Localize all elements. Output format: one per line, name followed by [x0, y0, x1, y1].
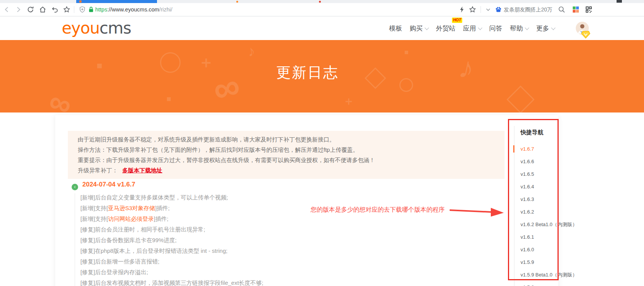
- search-suggestion-text[interactable]: 发条朋友圈搭上20万: [504, 3, 553, 16]
- timeline-line: [75, 193, 75, 286]
- version-link-v158[interactable]: v1.5.8: [521, 281, 577, 286]
- toolbar-divider: [481, 6, 481, 13]
- nav-label: 购买: [410, 25, 423, 32]
- version-link-v162[interactable]: v1.6.2: [521, 206, 577, 218]
- site-header: eyoucms 模板 购买 外贸站HOT 应用 问答 帮助 更多: [0, 16, 644, 40]
- chevron-down-icon: [525, 26, 529, 30]
- qr-code-icon[interactable]: [585, 6, 593, 13]
- changelog-item: [修复]在php8版本上，后台登录时报错语法类型 int - string;: [80, 246, 263, 256]
- chevron-down-icon: [478, 26, 482, 30]
- url-host: ://www.eyoucms.com: [107, 6, 159, 13]
- tab-favicon-icon: [79, 0, 82, 3]
- annotation-arrow-icon: [448, 205, 505, 218]
- page-title: 更新日志: [0, 63, 615, 82]
- version-link-v167[interactable]: v1.6.7: [521, 143, 577, 155]
- notice-box: 由于近期旧升级服务器不稳定，对系统升级及插件更新造成影响，请大家及时打下补丁包更…: [68, 131, 505, 179]
- banner-pattern-icon: ∞: [45, 83, 76, 112]
- nav-label: 模板: [389, 25, 402, 32]
- version-link-v164[interactable]: v1.6.4: [521, 180, 577, 193]
- https-lock-icon[interactable]: [87, 6, 95, 13]
- banner-pattern-icon: [405, 51, 408, 54]
- changelog-item: [新增]后台自定义变量支持多媒体类型，可以上传单个视频;: [80, 192, 263, 203]
- version-list: v1.6.7 v1.6.6 v1.6.5 v1.6.4 v1.6.3 v1.6.…: [521, 143, 577, 286]
- nav-item-more[interactable]: 更多: [535, 22, 556, 34]
- changelog-item: [修复]后台发布视频文档时，添加视频第三方链接报字段file_ext长度不够;: [80, 278, 263, 286]
- version-link-v163[interactable]: v1.6.3: [521, 193, 577, 206]
- toolbar-divider: [74, 6, 74, 13]
- changelog-heading: 2024-07-04 v1.6.7: [82, 181, 135, 188]
- patch-label: 升级异常补丁：: [78, 167, 118, 174]
- back-icon[interactable]: [3, 6, 11, 13]
- forward-icon[interactable]: [14, 6, 22, 13]
- tab-favicon-icon: [319, 1, 321, 3]
- browser-tab-strip: [0, 0, 644, 3]
- version-link-v159[interactable]: v1.5.9: [521, 256, 577, 268]
- baidu-paw-icon: [495, 6, 502, 13]
- refresh-icon[interactable]: [27, 6, 34, 13]
- notice-line: 重要提示：由于升级服务器并发压力过大，暂停非授权站点在线升级，有需要可以购买商业…: [78, 155, 495, 165]
- banner-pattern-icon: [506, 85, 535, 112]
- home-icon[interactable]: [39, 6, 46, 13]
- nav-label: 应用: [463, 25, 476, 32]
- version-link-v166[interactable]: v1.6.6: [521, 155, 577, 168]
- url-path: /rizhi/: [159, 6, 173, 13]
- content-card: 由于近期旧升级服务器不稳定，对系统升级及插件更新造成影响，请大家及时打下补丁包更…: [55, 115, 558, 286]
- site-logo[interactable]: eyoucms: [62, 19, 131, 37]
- flash-icon[interactable]: [458, 6, 466, 13]
- vip-gem-icon: [581, 31, 590, 39]
- changelog-item: [修复]前台会员注册时，相同手机号注册出现异常;: [80, 224, 263, 235]
- tab-favicon-icon: [236, 1, 238, 3]
- favorite-star-icon[interactable]: [469, 6, 476, 13]
- nav-label: 帮助: [510, 25, 523, 32]
- changelog-item: [修复]后台登录报内存溢出;: [80, 267, 263, 278]
- hot-badge: HOT: [452, 18, 462, 23]
- logo-text-gray: cms: [99, 19, 131, 37]
- active-marker: [513, 145, 514, 153]
- shield-permissions-icon[interactable]: [78, 6, 86, 13]
- version-link-v161[interactable]: v1.6.1: [521, 231, 577, 243]
- notice-line: 操作方法：下载升级异常补丁包（见下面的附件），解压后找到对应版本号的压缩包，解压…: [78, 145, 495, 155]
- url-scheme: https: [95, 6, 107, 13]
- multi-version-download-link[interactable]: 多版本下载地址: [122, 167, 162, 174]
- changelog-list: [新增]后台自定义变量支持多媒体类型，可以上传单个视频; [新增]支持[亚马逊S…: [80, 192, 263, 286]
- version-link-v160[interactable]: v1.6.0: [521, 243, 577, 256]
- apps-grid-icon[interactable]: [572, 6, 580, 13]
- version-link-v159-beta[interactable]: v1.5.9 Beta1.0（内测版）: [521, 268, 577, 281]
- changelog-item: [修复]后台备份数据库总卡在99%进度;: [80, 235, 263, 246]
- browser-toolbar: https://www.eyoucms.com/rizhi/ 发条朋友圈搭上20…: [0, 3, 644, 16]
- chevron-down-icon: [551, 26, 555, 30]
- nav-item-templates[interactable]: 模板: [388, 22, 403, 34]
- search-icon[interactable]: [558, 6, 566, 13]
- nav-label: 外贸站: [436, 25, 455, 32]
- notice-line: 升级异常补丁：多版本下载地址: [78, 165, 495, 175]
- tabstrip-menu-icon: [617, 0, 622, 3]
- chevron-down-icon: [425, 26, 429, 30]
- nav-item-help[interactable]: 帮助: [509, 22, 529, 34]
- nav-item-qa[interactable]: 问答: [489, 22, 503, 34]
- collapse-glyph: ‹: [74, 184, 76, 190]
- changelog-item: [新增]支持[访问网站必须登录]插件;: [80, 214, 263, 224]
- banner-pattern-icon: [167, 97, 171, 101]
- changelog-item: [新增]支持[亚马逊S3对象存储]插件;: [80, 203, 263, 214]
- notice-line: 由于近期旧升级服务器不稳定，对系统升级及插件更新造成影响，请大家及时打下补丁包更…: [78, 134, 495, 145]
- nav-item-apps[interactable]: 应用: [462, 22, 482, 34]
- changelog-item: [修复]后台新增一些多语言报错;: [80, 256, 263, 267]
- chevron-down-icon[interactable]: [484, 6, 492, 13]
- nav-item-foreign-trade[interactable]: 外贸站HOT: [435, 22, 456, 34]
- nav-label: 问答: [489, 25, 502, 32]
- url-text[interactable]: https://www.eyoucms.com/rizhi/: [95, 3, 172, 16]
- active-tab[interactable]: [76, 0, 157, 3]
- quick-nav-title: 快捷导航: [521, 129, 543, 136]
- version-link-v165[interactable]: v1.6.5: [521, 168, 577, 180]
- nav-item-buy[interactable]: 购买: [409, 22, 429, 34]
- banner-pattern-icon: ＋: [343, 93, 354, 109]
- hero-banner: ∞ ♪ ＋ ＋ ♪ ∞ 更新日志: [0, 40, 644, 112]
- undo-icon[interactable]: [51, 6, 59, 13]
- logo-text-orange: eyou: [62, 19, 99, 37]
- main-nav: 模板 购买 外贸站HOT 应用 问答 帮助 更多: [388, 16, 556, 40]
- banner-pattern-icon: ♪: [246, 43, 256, 60]
- collapse-toggle-icon[interactable]: ‹: [72, 184, 78, 190]
- nav-label: 更多: [536, 25, 549, 32]
- bookmark-star-icon[interactable]: [63, 6, 70, 13]
- version-link-v162-beta[interactable]: v1.6.2 Beta1.0（内测版）: [521, 218, 577, 231]
